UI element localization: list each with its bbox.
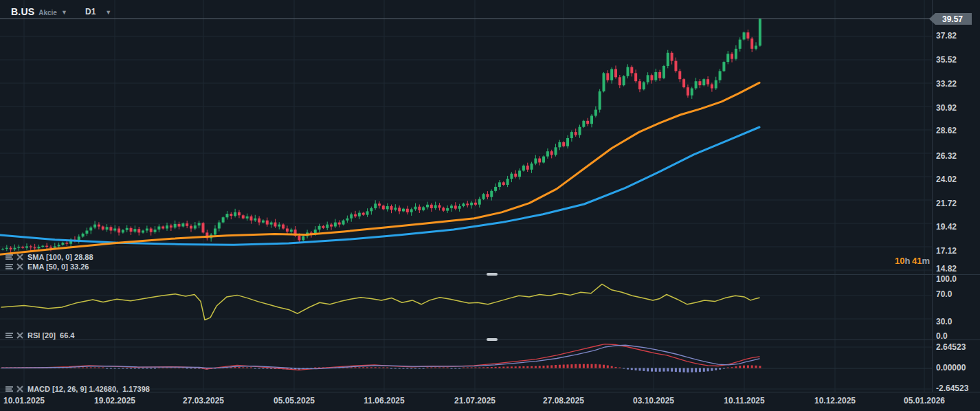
symbol-selector[interactable]: B.US Akcie ▼ bbox=[11, 6, 67, 17]
indicator-legend-rsi: RSI [20] 66.4 bbox=[5, 331, 74, 340]
date-label: 27.03.2025 bbox=[183, 396, 224, 406]
price-tick: 21.72 bbox=[936, 199, 957, 208]
price-tick: 33.22 bbox=[936, 79, 957, 89]
date-label: 21.07.2025 bbox=[454, 396, 495, 406]
price-tick: 28.62 bbox=[936, 126, 957, 135]
price-chart-canvas[interactable] bbox=[0, 0, 980, 411]
last-price-badge: 39.57 bbox=[929, 13, 972, 25]
candles bbox=[1, 18, 761, 253]
indicator-legend-sma: SMA [100, 0] 28.88 bbox=[5, 252, 93, 261]
price-tick: 19.42 bbox=[936, 222, 957, 232]
date-label: 10.01.2025 bbox=[3, 396, 45, 406]
trading-chart-window: B.US Akcie ▼ D1 ▼ SMA [100, 0] 28.88 EMA… bbox=[0, 0, 980, 411]
countdown-minutes: 41 bbox=[912, 256, 922, 266]
candle-close-countdown: 10h 41m bbox=[859, 256, 930, 266]
date-label: 05.01.2026 bbox=[904, 396, 945, 406]
price-tick: 14.82 bbox=[936, 264, 957, 274]
indicator-legend-ema: EMA [50, 0] 33.26 bbox=[5, 262, 89, 271]
price-tick: 26.32 bbox=[936, 151, 957, 161]
date-label: 19.02.2025 bbox=[94, 396, 135, 406]
timeframe-value: D1 bbox=[85, 7, 96, 16]
symbol-name: B.US bbox=[11, 6, 34, 17]
price-axis-separator bbox=[932, 0, 933, 392]
macd-tick: -2.64523 bbox=[936, 384, 968, 393]
indicator-close-icon[interactable] bbox=[16, 386, 24, 392]
sma-label: SMA [100, 0] 28.88 bbox=[27, 253, 93, 261]
price-tick: 17.12 bbox=[936, 246, 957, 256]
indicator-legend-macd: MACD [12, 26, 9] 1.42680, 1.17398 bbox=[5, 384, 150, 393]
indicator-settings-icon[interactable] bbox=[5, 254, 13, 260]
indicator-close-icon[interactable] bbox=[16, 263, 24, 270]
date-label: 11.06.2025 bbox=[364, 396, 404, 406]
macd-label: MACD [12, 26, 9] 1.42680, 1.17398 bbox=[27, 385, 150, 393]
price-tick: 37.82 bbox=[936, 31, 957, 41]
rsi-label: RSI [20] 66.4 bbox=[27, 331, 74, 340]
gridlines bbox=[0, 0, 932, 392]
price-tick: 30.92 bbox=[936, 103, 957, 113]
indicator-close-icon[interactable] bbox=[16, 332, 24, 339]
date-label: 10.11.2025 bbox=[724, 396, 764, 406]
macd-tick: 0.00000 bbox=[936, 363, 966, 373]
panel-resize-handle[interactable] bbox=[487, 338, 498, 341]
rsi-tick: 100.0 bbox=[936, 274, 957, 284]
date-label: 27.08.2025 bbox=[543, 396, 584, 406]
countdown-minutes-unit: m bbox=[922, 256, 930, 266]
timeframe-selector[interactable]: D1 ▼ bbox=[85, 7, 111, 16]
indicator-close-icon[interactable] bbox=[16, 254, 24, 260]
macd-tick: 2.64523 bbox=[936, 342, 966, 352]
price-tick: 24.02 bbox=[936, 175, 957, 184]
countdown-hours: 10 bbox=[895, 256, 904, 266]
date-label: 10.12.2025 bbox=[814, 396, 856, 406]
price-tick: 35.52 bbox=[936, 55, 957, 65]
ema-label: EMA [50, 0] 33.26 bbox=[27, 263, 89, 271]
indicator-settings-icon[interactable] bbox=[5, 332, 13, 339]
chevron-down-icon: ▼ bbox=[61, 9, 67, 16]
panel-resize-handle[interactable] bbox=[487, 273, 498, 276]
date-label: 05.05.2025 bbox=[274, 396, 315, 406]
indicator-settings-icon[interactable] bbox=[5, 386, 13, 392]
date-label: 03.10.2025 bbox=[633, 396, 674, 406]
rsi-tick: 70.0 bbox=[936, 289, 952, 299]
indicator-settings-icon[interactable] bbox=[5, 263, 13, 270]
instrument-type-label: Akcie bbox=[38, 9, 57, 16]
rsi-tick: 30.0 bbox=[936, 317, 952, 326]
rsi-tick: 0.0 bbox=[936, 331, 948, 341]
chevron-down-icon: ▼ bbox=[105, 9, 111, 16]
countdown-hours-unit: h bbox=[904, 256, 910, 266]
